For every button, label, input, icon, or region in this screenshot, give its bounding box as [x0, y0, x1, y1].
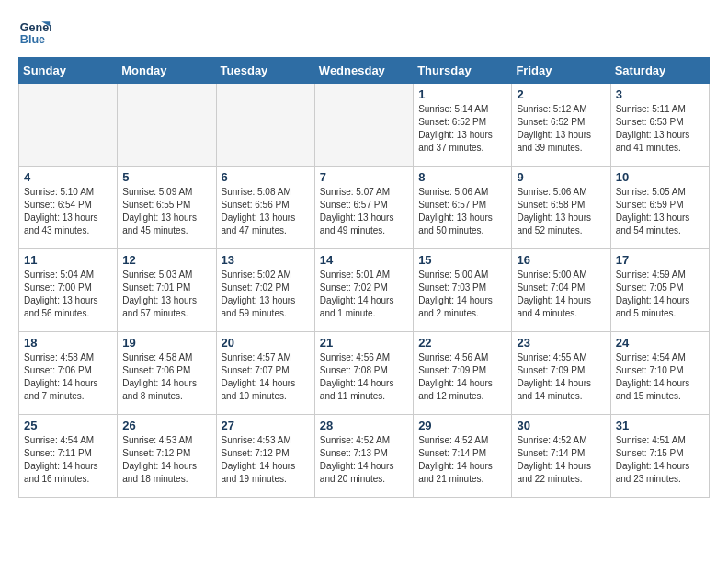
day-info: Sunrise: 5:14 AM Sunset: 6:52 PM Dayligh… [418, 103, 506, 155]
day-number: 4 [24, 170, 112, 184]
day-number: 23 [517, 336, 605, 350]
day-info: Sunrise: 4:53 AM Sunset: 7:12 PM Dayligh… [222, 434, 310, 486]
day-info: Sunrise: 5:02 AM Sunset: 7:02 PM Dayligh… [222, 269, 310, 320]
weekday-tuesday: Tuesday [216, 58, 314, 84]
logo: General Blue [18, 15, 55, 48]
day-info: Sunrise: 4:52 AM Sunset: 7:13 PM Dayligh… [320, 434, 408, 486]
day-number: 10 [616, 170, 704, 184]
day-info: Sunrise: 5:09 AM Sunset: 6:55 PM Dayligh… [122, 186, 210, 237]
calendar-cell: 3Sunrise: 5:11 AM Sunset: 6:53 PM Daylig… [610, 84, 709, 167]
calendar-cell: 25Sunrise: 4:54 AM Sunset: 7:11 PM Dayli… [19, 415, 118, 498]
day-number: 15 [418, 253, 506, 267]
day-number: 25 [24, 419, 112, 432]
day-info: Sunrise: 5:08 AM Sunset: 6:56 PM Dayligh… [222, 186, 310, 237]
calendar-cell [118, 84, 216, 167]
calendar-cell: 26Sunrise: 4:53 AM Sunset: 7:12 PM Dayli… [118, 415, 216, 498]
calendar-cell: 9Sunrise: 5:06 AM Sunset: 6:58 PM Daylig… [512, 167, 610, 249]
calendar-cell: 24Sunrise: 4:54 AM Sunset: 7:10 PM Dayli… [610, 332, 709, 415]
day-info: Sunrise: 5:03 AM Sunset: 7:01 PM Dayligh… [122, 269, 210, 320]
day-number: 24 [616, 336, 704, 350]
calendar-cell: 4Sunrise: 5:10 AM Sunset: 6:54 PM Daylig… [19, 167, 118, 249]
day-number: 26 [122, 419, 210, 432]
week-row-1: 1Sunrise: 5:14 AM Sunset: 6:52 PM Daylig… [19, 84, 710, 167]
weekday-monday: Monday [118, 58, 216, 84]
calendar-cell: 6Sunrise: 5:08 AM Sunset: 6:56 PM Daylig… [216, 167, 314, 249]
calendar: SundayMondayTuesdayWednesdayThursdayFrid… [18, 57, 710, 498]
calendar-cell: 18Sunrise: 4:58 AM Sunset: 7:06 PM Dayli… [19, 332, 118, 415]
day-info: Sunrise: 4:56 AM Sunset: 7:09 PM Dayligh… [418, 351, 506, 403]
day-info: Sunrise: 5:00 AM Sunset: 7:03 PM Dayligh… [418, 269, 506, 320]
day-number: 13 [222, 253, 310, 267]
day-info: Sunrise: 4:51 AM Sunset: 7:15 PM Dayligh… [616, 434, 704, 486]
day-number: 5 [122, 170, 210, 184]
week-row-2: 4Sunrise: 5:10 AM Sunset: 6:54 PM Daylig… [19, 167, 710, 249]
day-number: 19 [122, 336, 210, 350]
day-number: 6 [222, 170, 310, 184]
calendar-cell: 15Sunrise: 5:00 AM Sunset: 7:03 PM Dayli… [414, 249, 512, 332]
calendar-cell: 1Sunrise: 5:14 AM Sunset: 6:52 PM Daylig… [414, 84, 512, 167]
day-info: Sunrise: 5:01 AM Sunset: 7:02 PM Dayligh… [320, 269, 408, 320]
day-info: Sunrise: 4:58 AM Sunset: 7:06 PM Dayligh… [24, 351, 112, 403]
calendar-cell [314, 84, 413, 167]
calendar-cell: 11Sunrise: 5:04 AM Sunset: 7:00 PM Dayli… [19, 249, 118, 332]
day-number: 27 [222, 419, 310, 432]
calendar-cell: 21Sunrise: 4:56 AM Sunset: 7:08 PM Dayli… [314, 332, 413, 415]
weekday-sunday: Sunday [19, 58, 118, 84]
day-number: 21 [320, 336, 408, 350]
day-number: 17 [616, 253, 704, 267]
day-info: Sunrise: 5:10 AM Sunset: 6:54 PM Dayligh… [24, 186, 112, 237]
calendar-cell: 28Sunrise: 4:52 AM Sunset: 7:13 PM Dayli… [314, 415, 413, 498]
day-number: 28 [320, 419, 408, 432]
calendar-cell: 20Sunrise: 4:57 AM Sunset: 7:07 PM Dayli… [216, 332, 314, 415]
day-number: 18 [24, 336, 112, 350]
calendar-cell: 14Sunrise: 5:01 AM Sunset: 7:02 PM Dayli… [314, 249, 413, 332]
calendar-cell: 17Sunrise: 4:59 AM Sunset: 7:05 PM Dayli… [610, 249, 709, 332]
day-number: 16 [517, 253, 605, 267]
day-info: Sunrise: 4:58 AM Sunset: 7:06 PM Dayligh… [122, 351, 210, 403]
week-row-4: 18Sunrise: 4:58 AM Sunset: 7:06 PM Dayli… [19, 332, 710, 415]
weekday-wednesday: Wednesday [314, 58, 413, 84]
calendar-cell: 22Sunrise: 4:56 AM Sunset: 7:09 PM Dayli… [414, 332, 512, 415]
day-number: 20 [222, 336, 310, 350]
calendar-cell: 10Sunrise: 5:05 AM Sunset: 6:59 PM Dayli… [610, 167, 709, 249]
weekday-friday: Friday [512, 58, 610, 84]
calendar-cell: 29Sunrise: 4:52 AM Sunset: 7:14 PM Dayli… [414, 415, 512, 498]
day-info: Sunrise: 4:59 AM Sunset: 7:05 PM Dayligh… [616, 269, 704, 320]
calendar-cell: 31Sunrise: 4:51 AM Sunset: 7:15 PM Dayli… [610, 415, 709, 498]
day-number: 31 [616, 419, 704, 432]
calendar-cell: 30Sunrise: 4:52 AM Sunset: 7:14 PM Dayli… [512, 415, 610, 498]
day-info: Sunrise: 4:52 AM Sunset: 7:14 PM Dayligh… [418, 434, 506, 486]
day-number: 8 [418, 170, 506, 184]
week-row-3: 11Sunrise: 5:04 AM Sunset: 7:00 PM Dayli… [19, 249, 710, 332]
day-number: 1 [418, 87, 506, 101]
day-info: Sunrise: 5:00 AM Sunset: 7:04 PM Dayligh… [517, 269, 605, 320]
day-info: Sunrise: 5:07 AM Sunset: 6:57 PM Dayligh… [320, 186, 408, 237]
day-number: 22 [418, 336, 506, 350]
week-row-5: 25Sunrise: 4:54 AM Sunset: 7:11 PM Dayli… [19, 415, 710, 498]
calendar-cell: 8Sunrise: 5:06 AM Sunset: 6:57 PM Daylig… [414, 167, 512, 249]
day-number: 14 [320, 253, 408, 267]
logo-icon: General Blue [18, 15, 51, 48]
day-info: Sunrise: 4:57 AM Sunset: 7:07 PM Dayligh… [222, 351, 310, 403]
day-number: 3 [616, 87, 704, 101]
day-info: Sunrise: 5:11 AM Sunset: 6:53 PM Dayligh… [616, 103, 704, 155]
calendar-cell: 5Sunrise: 5:09 AM Sunset: 6:55 PM Daylig… [118, 167, 216, 249]
day-info: Sunrise: 4:54 AM Sunset: 7:11 PM Dayligh… [24, 434, 112, 486]
svg-text:Blue: Blue [20, 33, 45, 46]
calendar-cell [216, 84, 314, 167]
day-number: 2 [517, 87, 605, 101]
day-number: 11 [24, 253, 112, 267]
calendar-cell: 7Sunrise: 5:07 AM Sunset: 6:57 PM Daylig… [314, 167, 413, 249]
calendar-cell: 2Sunrise: 5:12 AM Sunset: 6:52 PM Daylig… [512, 84, 610, 167]
calendar-cell: 23Sunrise: 4:55 AM Sunset: 7:09 PM Dayli… [512, 332, 610, 415]
header: General Blue [18, 15, 710, 48]
day-info: Sunrise: 4:52 AM Sunset: 7:14 PM Dayligh… [517, 434, 605, 486]
day-info: Sunrise: 5:04 AM Sunset: 7:00 PM Dayligh… [24, 269, 112, 320]
day-number: 30 [517, 419, 605, 432]
day-info: Sunrise: 4:53 AM Sunset: 7:12 PM Dayligh… [122, 434, 210, 486]
calendar-cell: 27Sunrise: 4:53 AM Sunset: 7:12 PM Dayli… [216, 415, 314, 498]
day-number: 7 [320, 170, 408, 184]
day-info: Sunrise: 4:56 AM Sunset: 7:08 PM Dayligh… [320, 351, 408, 403]
page: General Blue SundayMondayTuesdayWednesda… [0, 0, 728, 512]
day-number: 12 [122, 253, 210, 267]
